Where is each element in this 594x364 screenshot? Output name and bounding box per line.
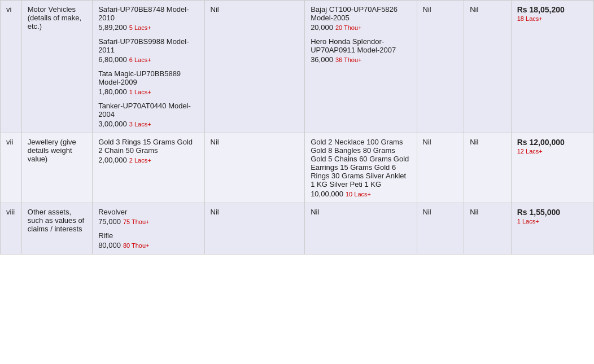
dependent-assets: Gold 2 Necklace 100 Grams Gold 8 Bangles…	[305, 133, 417, 203]
amount-label: 3 Lacs+	[129, 121, 151, 128]
amount-label: 20 Thou+	[335, 24, 362, 31]
asset-entry: Revolver 75,00075 Thou+	[98, 208, 198, 226]
total-value: Rs 18,05,200 18 Lacs+	[511, 1, 593, 133]
dependent-assets: Bajaj CT100-UP70AF5826 Model-2005 20,000…	[305, 1, 417, 133]
spouse-value: Nil	[211, 5, 219, 14]
table-row: viii Other assets, such as values of cla…	[1, 203, 594, 255]
asset-entry: Tata Magic-UP70BB5889 Model-2009 1,80,00…	[98, 69, 198, 96]
amount-label: 2 Lacs+	[129, 157, 151, 164]
others-value: Nil	[464, 203, 512, 255]
amount-label: 80 Thou+	[123, 242, 150, 249]
asset-entry: Tanker-UP70AT0440 Model-2004 3,00,0003 L…	[98, 102, 198, 128]
total-amount: Rs 18,05,200	[517, 5, 565, 14]
asset-name: Gold 3 Rings 15 Grams Gold 2 Chain 50 Gr…	[98, 138, 198, 155]
row-index: vii	[1, 133, 22, 203]
asset-entry: Rifle 80,00080 Thou+	[98, 231, 198, 249]
spouse-assets: Nil	[204, 203, 305, 255]
asset-name: Tata Magic-UP70BB5889 Model-2009	[98, 69, 198, 86]
asset-value: 5,89,2005 Lacs+	[98, 23, 198, 32]
amount-label: 36 Thou+	[335, 56, 362, 63]
self-assets: Gold 3 Rings 15 Grams Gold 2 Chain 50 Gr…	[93, 133, 204, 203]
total-value: Rs 12,00,000 12 Lacs+	[511, 133, 593, 203]
nil-value: Nil	[311, 208, 319, 216]
asset-entry: Bajaj CT100-UP70AF5826 Model-2005 20,000…	[311, 5, 410, 32]
total-lacs-label: 18 Lacs+	[517, 15, 588, 22]
asset-value: 20,00020 Thou+	[311, 23, 410, 32]
amount-label: 75 Thou+	[123, 218, 150, 225]
amount-label: 6 Lacs+	[129, 56, 151, 63]
total-amount: Rs 12,00,000	[517, 138, 565, 147]
row-category: Other assets, such as values of claims /…	[21, 203, 92, 255]
asset-name: Rifle	[98, 231, 198, 240]
table-row: vii Jewellery (give details weight value…	[1, 133, 594, 203]
table-row: vi Motor Vehicles (details of make, etc.…	[1, 1, 594, 133]
asset-value: 3,00,0003 Lacs+	[98, 120, 198, 128]
asset-name: Safari-UP70BE8748 Model-2010	[98, 5, 198, 22]
asset-value: 2,00,0002 Lacs+	[98, 156, 198, 164]
asset-value: 80,00080 Thou+	[98, 241, 198, 249]
asset-name: Bajaj CT100-UP70AF5826 Model-2005	[311, 5, 410, 22]
total-lacs-label: 1 Lacs+	[517, 218, 588, 225]
asset-entry: Safari-UP70BS9988 Model-2011 6,80,0006 L…	[98, 37, 198, 64]
asset-entry: Gold 2 Necklace 100 Grams Gold 8 Bangles…	[311, 138, 410, 198]
asset-value: 1,80,0001 Lacs+	[98, 87, 198, 96]
others-value: Nil	[464, 133, 512, 203]
self-assets: Revolver 75,00075 Thou+ Rifle 80,00080 T…	[93, 203, 204, 255]
total-amount: Rs 1,55,000	[517, 208, 560, 217]
asset-entry: Gold 3 Rings 15 Grams Gold 2 Chain 50 Gr…	[98, 138, 198, 164]
spouse-value: Nil	[211, 138, 219, 146]
dependent-assets: Nil	[305, 203, 417, 255]
asset-name: Hero Honda Splendor-UP70AP0911 Model-200…	[311, 37, 410, 54]
row-index: vi	[1, 1, 22, 133]
amount-label: 5 Lacs+	[129, 24, 151, 31]
asset-value: 75,00075 Thou+	[98, 217, 198, 226]
asset-value: 36,00036 Thou+	[311, 55, 410, 64]
amount-label: 10 Lacs+	[346, 191, 371, 198]
spouse-value: Nil	[211, 208, 219, 216]
self-assets: Safari-UP70BE8748 Model-2010 5,89,2005 L…	[93, 1, 204, 133]
spouse-assets: Nil	[204, 133, 305, 203]
amount-label: 1 Lacs+	[129, 89, 151, 95]
asset-entry: Hero Honda Splendor-UP70AP0911 Model-200…	[311, 37, 410, 64]
asset-name: Safari-UP70BS9988 Model-2011	[98, 37, 198, 54]
others-value: Nil	[464, 1, 512, 133]
row-category: Motor Vehicles (details of make, etc.)	[21, 1, 92, 133]
asset-value: 10,00,00010 Lacs+	[311, 190, 410, 198]
row-index: viii	[1, 203, 22, 255]
huf-value: Nil	[417, 203, 464, 255]
total-value: Rs 1,55,000 1 Lacs+	[511, 203, 593, 255]
total-lacs-label: 12 Lacs+	[517, 148, 588, 155]
asset-name: Tanker-UP70AT0440 Model-2004	[98, 102, 198, 119]
row-category: Jewellery (give details weight value)	[21, 133, 92, 203]
huf-value: Nil	[417, 133, 464, 203]
asset-name: Gold 2 Necklace 100 Grams Gold 8 Bangles…	[311, 138, 410, 188]
asset-entry: Safari-UP70BE8748 Model-2010 5,89,2005 L…	[98, 5, 198, 32]
asset-name: Revolver	[98, 208, 198, 216]
spouse-assets: Nil	[204, 1, 305, 133]
asset-value: 6,80,0006 Lacs+	[98, 55, 198, 64]
huf-value: Nil	[417, 1, 464, 133]
